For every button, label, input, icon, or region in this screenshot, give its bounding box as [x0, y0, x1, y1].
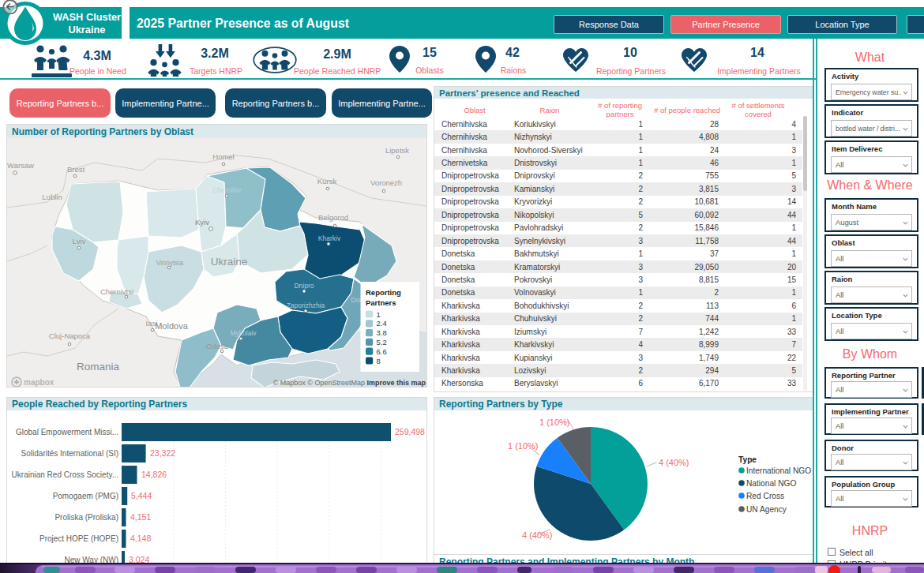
- svg-text:Homel: Homel: [212, 152, 234, 161]
- svg-text:Warsaw: Warsaw: [7, 161, 34, 170]
- svg-text:1 (10%): 1 (10%): [539, 418, 570, 427]
- svg-text:Proliska (Proliska): Proliska (Proliska): [54, 513, 118, 522]
- svg-text:Ukrainian Red Cross Society...: Ukrainian Red Cross Society...: [12, 470, 118, 479]
- svg-text:14,826: 14,826: [141, 470, 167, 479]
- svg-text:Pomogaem (PMG): Pomogaem (PMG): [53, 492, 118, 500]
- svg-text:2.4: 2.4: [377, 319, 387, 328]
- svg-text:Odesa: Odesa: [206, 342, 229, 350]
- svg-text:Chernivtsi: Chernivtsi: [100, 287, 133, 296]
- svg-text:Moldova: Moldova: [155, 321, 188, 331]
- svg-text:UN Agency: UN Agency: [746, 505, 787, 514]
- svg-text:Global Empowerment Missi...: Global Empowerment Missi...: [16, 428, 118, 436]
- svg-text:8: 8: [377, 357, 381, 365]
- svg-text:Solidarités International (SI): Solidarités International (SI): [21, 449, 118, 458]
- svg-text:mapbox: mapbox: [24, 378, 54, 387]
- svg-text:Lviv: Lviv: [73, 237, 86, 245]
- svg-text:Kharkiv: Kharkiv: [318, 234, 341, 242]
- svg-text:4 (40%): 4 (40%): [522, 530, 553, 540]
- svg-text:5.2: 5.2: [377, 338, 387, 346]
- svg-text:Ukraine: Ukraine: [211, 256, 248, 268]
- svg-text:4,148: 4,148: [130, 534, 151, 543]
- svg-text:3.8: 3.8: [377, 328, 387, 337]
- svg-text:Reporting: Reporting: [366, 288, 401, 297]
- svg-text:Kursk: Kursk: [317, 177, 337, 185]
- svg-text:Partners: Partners: [366, 298, 396, 307]
- svg-text:Lublin: Lublin: [42, 193, 62, 201]
- svg-text:Chernihiv: Chernihiv: [212, 186, 242, 194]
- svg-text:Zaporizhzhia: Zaporizhzhia: [287, 301, 325, 309]
- svg-text:Romania: Romania: [77, 361, 120, 373]
- svg-text:Vinnytsia: Vinnytsia: [156, 259, 184, 267]
- svg-text:Kyiv: Kyiv: [195, 218, 209, 227]
- svg-text:Project HOPE (HOPE): Project HOPE (HOPE): [39, 534, 118, 543]
- svg-text:Lipetsk: Lipetsk: [385, 146, 409, 155]
- svg-text:Type: Type: [738, 455, 757, 464]
- svg-text:National NGO: National NGO: [746, 479, 796, 488]
- svg-text:Brest: Brest: [67, 165, 85, 174]
- svg-text:5,444: 5,444: [131, 491, 152, 500]
- svg-text:International NGO: International NGO: [746, 466, 811, 475]
- svg-text:6.6: 6.6: [377, 347, 387, 356]
- svg-text:© Mapbox © OpenStreetMap Impro: © Mapbox © OpenStreetMap Improve this ma…: [273, 379, 426, 387]
- svg-text:Red Cross: Red Cross: [746, 492, 784, 500]
- svg-text:1: 1: [377, 310, 381, 319]
- svg-text:Mykolaiv: Mykolaiv: [230, 329, 257, 337]
- svg-text:259,498: 259,498: [395, 427, 425, 436]
- svg-text:23,322: 23,322: [150, 448, 175, 458]
- svg-text:Belgorod: Belgorod: [318, 213, 348, 222]
- svg-text:4 (40%): 4 (40%): [659, 458, 689, 467]
- svg-text:4,151: 4,151: [130, 512, 151, 522]
- svg-text:Cluj-Napoca: Cluj-Napoca: [49, 331, 91, 340]
- svg-text:Dnipro: Dnipro: [294, 282, 314, 290]
- svg-text:1 (10%): 1 (10%): [508, 441, 539, 451]
- svg-text:Voronezh: Voronezh: [370, 178, 402, 187]
